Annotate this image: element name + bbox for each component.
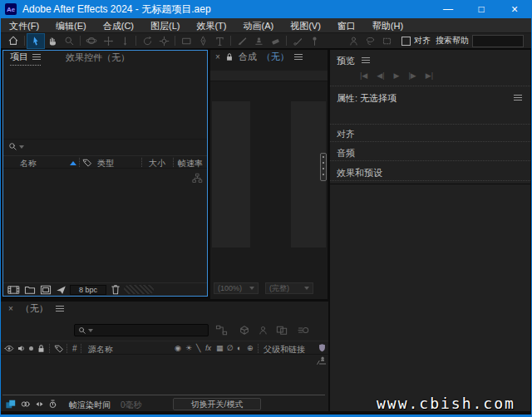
menu-layer[interactable]: 图层(L) xyxy=(142,18,188,33)
orbit-camera-tool-button[interactable] xyxy=(83,34,100,48)
toggle-switches-modes-button[interactable]: 切换开关/模式 xyxy=(173,398,261,410)
effects-switch-icon[interactable]: fx xyxy=(205,344,211,353)
project-flowchart-icon[interactable] xyxy=(192,173,203,184)
pan-camera-tool-button[interactable] xyxy=(100,34,116,48)
lock-icon[interactable] xyxy=(37,344,46,353)
hand-tool-button[interactable] xyxy=(44,34,61,48)
solo-icon[interactable] xyxy=(29,346,33,351)
column-layer-number[interactable]: # xyxy=(72,344,77,353)
project-settings-icon[interactable] xyxy=(56,285,66,295)
menu-animation[interactable]: 动画(A) xyxy=(235,18,283,33)
expand-layer-switches-icon[interactable] xyxy=(5,399,17,410)
lasso-toggle-button[interactable] xyxy=(362,34,378,48)
roto-brush-tool-button[interactable] xyxy=(289,34,306,48)
draft-3d-icon[interactable] xyxy=(239,325,250,336)
panel-menu-icon[interactable] xyxy=(56,306,64,312)
properties-panel-title[interactable]: 属性: 无选择项 xyxy=(337,92,397,105)
previous-frame-button[interactable]: ◀| xyxy=(377,71,384,80)
tab-effect-controls[interactable]: 效果控件（无） xyxy=(66,52,130,64)
align-panel-tab[interactable]: 对齐 xyxy=(337,128,355,140)
column-type[interactable]: 类型 xyxy=(97,158,114,169)
tab-project[interactable]: 项目 xyxy=(10,51,41,66)
bit-depth-button[interactable]: 8 bpc xyxy=(70,285,106,295)
home-tool-button[interactable] xyxy=(5,34,22,48)
eraser-tool-button[interactable] xyxy=(267,34,283,48)
zoom-tool-button[interactable] xyxy=(61,34,77,48)
comp-tab-title[interactable]: 合成 xyxy=(239,51,257,63)
expand-transfer-controls-icon[interactable] xyxy=(20,399,31,410)
preview-panel-title[interactable]: 预览 xyxy=(337,55,355,67)
column-source-name[interactable]: 源名称 xyxy=(88,344,113,356)
quality-switch-icon[interactable]: ╲ xyxy=(196,344,200,353)
comp-resolution-dropdown[interactable]: (完整) xyxy=(265,282,313,294)
snap-checkbox[interactable] xyxy=(401,37,411,46)
play-button[interactable]: ▶ xyxy=(394,71,400,80)
column-name[interactable]: 名称 xyxy=(20,158,37,169)
first-frame-button[interactable]: |◀ xyxy=(360,71,367,80)
close-button[interactable]: × xyxy=(498,0,531,18)
menu-composition[interactable]: 合成(C) xyxy=(95,18,142,33)
effects-presets-panel-tab[interactable]: 效果和预设 xyxy=(337,167,382,179)
panel-menu-icon[interactable] xyxy=(294,54,303,60)
timeline-tab-label[interactable]: （无） xyxy=(21,302,48,315)
search-options-caret-icon[interactable] xyxy=(19,145,24,149)
panel-splitter-grip[interactable] xyxy=(320,153,327,181)
search-help-input[interactable] xyxy=(472,35,524,47)
menu-edit[interactable]: 编辑(E) xyxy=(47,18,95,33)
timeline-search-input[interactable] xyxy=(74,324,209,336)
mask-person-toggle-button[interactable] xyxy=(345,34,362,48)
minimize-button[interactable]: — xyxy=(431,0,465,18)
project-search-input[interactable] xyxy=(26,141,207,153)
frame-blend-switch-icon[interactable]: ▦ xyxy=(216,344,224,353)
selection-tool-button[interactable] xyxy=(27,34,44,48)
lock-icon[interactable] xyxy=(225,52,234,61)
comp-tab-close-icon[interactable]: × xyxy=(215,52,220,61)
timeline-tab-close-icon[interactable]: × xyxy=(8,304,13,313)
menu-file[interactable]: 文件(F) xyxy=(1,18,47,33)
frame-blending-icon[interactable] xyxy=(276,325,288,336)
panel-menu-icon[interactable] xyxy=(362,57,370,63)
new-folder-icon[interactable] xyxy=(24,285,36,295)
last-frame-button[interactable]: ▶| xyxy=(426,71,433,80)
adjustment-layer-switch-icon[interactable]: ◐ xyxy=(237,344,241,353)
audio-speaker-icon[interactable] xyxy=(17,344,27,353)
trash-icon[interactable] xyxy=(111,284,121,295)
rotation-tool-button[interactable] xyxy=(139,34,155,48)
expand-in-out-panes-icon[interactable] xyxy=(34,399,45,410)
marquee-toggle-button[interactable] xyxy=(378,34,395,48)
collapse-switch-icon[interactable]: ☀ xyxy=(185,344,192,353)
label-tag-icon[interactable] xyxy=(54,344,64,353)
sort-ascending-icon[interactable] xyxy=(70,161,76,165)
type-tool-button[interactable] xyxy=(211,34,228,48)
panel-menu-icon[interactable] xyxy=(32,54,41,60)
puppet-pin-tool-button[interactable] xyxy=(306,34,323,48)
maximize-button[interactable]: □ xyxy=(465,0,498,18)
menu-effect[interactable]: 效果(T) xyxy=(188,18,234,33)
next-frame-button[interactable]: |▶ xyxy=(408,71,416,80)
shy-switch-icon[interactable]: ◉ xyxy=(175,344,181,353)
rectangle-tool-button[interactable] xyxy=(178,34,195,48)
menu-window[interactable]: 窗口 xyxy=(329,18,364,33)
audio-panel-tab[interactable]: 音频 xyxy=(337,147,355,159)
brush-tool-button[interactable] xyxy=(234,34,250,48)
menu-help[interactable]: 帮助(H) xyxy=(364,18,411,33)
column-frame-rate[interactable]: 帧速率 xyxy=(178,158,203,169)
column-parent-link[interactable]: 父级和链接 xyxy=(264,344,305,356)
label-tag-icon[interactable] xyxy=(82,158,92,168)
timeline-corner-tool-icon[interactable] xyxy=(316,356,327,365)
menu-view[interactable]: 视图(V) xyxy=(282,18,329,33)
new-composition-icon[interactable] xyxy=(40,285,52,295)
panel-menu-icon[interactable] xyxy=(514,95,522,101)
comp-mini-flowchart-icon[interactable] xyxy=(215,325,228,336)
column-size[interactable]: 大小 xyxy=(149,158,165,169)
motion-blur-switch-icon[interactable]: ∅ xyxy=(227,344,234,353)
3d-layer-switch-icon[interactable]: ⊕ xyxy=(247,344,254,353)
video-eye-icon[interactable] xyxy=(4,344,14,353)
comp-zoom-dropdown[interactable]: (100%) xyxy=(214,282,259,294)
dolly-camera-tool-button[interactable] xyxy=(116,34,133,48)
pan-behind-tool-button[interactable] xyxy=(155,34,172,48)
clone-stamp-tool-button[interactable] xyxy=(250,34,267,48)
expand-render-time-pane-icon[interactable] xyxy=(47,399,58,410)
motion-blur-icon[interactable] xyxy=(298,325,310,336)
pen-tool-button[interactable] xyxy=(195,34,211,48)
